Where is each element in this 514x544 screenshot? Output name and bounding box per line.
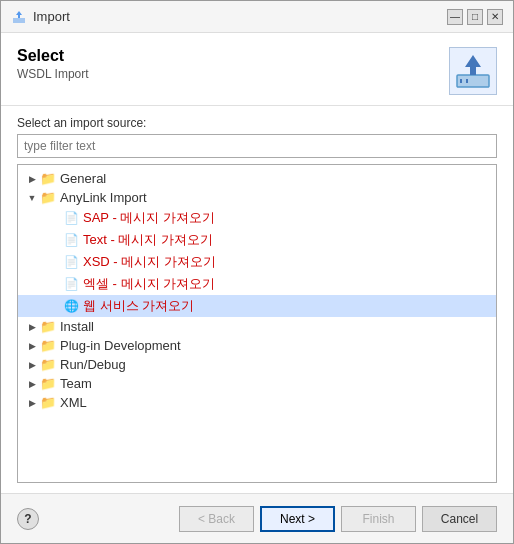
tree-item-text[interactable]: 📄 Text - 메시지 가져오기 bbox=[18, 229, 496, 251]
tree-item-label: Text - 메시지 가져오기 bbox=[83, 231, 213, 249]
collapse-arrow[interactable]: ▼ bbox=[24, 193, 40, 203]
tree-item-xml[interactable]: ▶ 📁 XML bbox=[18, 393, 496, 412]
close-button[interactable]: ✕ bbox=[487, 9, 503, 25]
expand-arrow[interactable]: ▶ bbox=[24, 174, 40, 184]
import-icon-svg bbox=[453, 51, 493, 91]
leaf-spacer bbox=[48, 235, 64, 245]
footer-buttons: < Back Next > Finish Cancel bbox=[179, 506, 497, 532]
tree-item-team[interactable]: ▶ 📁 Team bbox=[18, 374, 496, 393]
folder-icon: 📁 bbox=[40, 376, 56, 391]
tree-item-label: XSD - 메시지 가져오기 bbox=[83, 253, 216, 271]
tree-item-label: AnyLink Import bbox=[60, 190, 147, 205]
import-dialog: Import — □ ✕ Select WSDL Import Select a… bbox=[0, 0, 514, 544]
import-title-icon bbox=[11, 9, 27, 25]
svg-marker-4 bbox=[465, 55, 481, 75]
tree-item-label: XML bbox=[60, 395, 87, 410]
title-controls: — □ ✕ bbox=[447, 9, 503, 25]
finish-button[interactable]: Finish bbox=[341, 506, 416, 532]
doc-icon: 📄 bbox=[64, 255, 79, 269]
expand-arrow[interactable]: ▶ bbox=[24, 398, 40, 408]
content-section: Select an import source: ▶ 📁 General ▼ 📁… bbox=[1, 106, 513, 493]
filter-label: Select an import source: bbox=[17, 116, 497, 130]
folder-icon: 📁 bbox=[40, 357, 56, 372]
tree-item-xsd[interactable]: 📄 XSD - 메시지 가져오기 bbox=[18, 251, 496, 273]
title-bar: Import — □ ✕ bbox=[1, 1, 513, 33]
leaf-spacer bbox=[48, 301, 64, 311]
tree-item-label: Team bbox=[60, 376, 92, 391]
svg-rect-0 bbox=[13, 18, 25, 23]
header-left: Select WSDL Import bbox=[17, 47, 89, 81]
leaf-spacer bbox=[48, 257, 64, 267]
dialog-title: Import bbox=[33, 9, 70, 24]
expand-arrow[interactable]: ▶ bbox=[24, 379, 40, 389]
header-title: Select bbox=[17, 47, 89, 65]
filter-input[interactable] bbox=[17, 134, 497, 158]
folder-icon: 📁 bbox=[40, 338, 56, 353]
tree-item-label: Plug-in Development bbox=[60, 338, 181, 353]
tree-item-label: Install bbox=[60, 319, 94, 334]
help-button[interactable]: ? bbox=[17, 508, 39, 530]
expand-arrow[interactable]: ▶ bbox=[24, 360, 40, 370]
svg-marker-1 bbox=[16, 11, 22, 18]
footer: ? < Back Next > Finish Cancel bbox=[1, 493, 513, 543]
cancel-button[interactable]: Cancel bbox=[422, 506, 497, 532]
tree-item-rundebug[interactable]: ▶ 📁 Run/Debug bbox=[18, 355, 496, 374]
doc-icon: 📄 bbox=[64, 211, 79, 225]
tree-item-install[interactable]: ▶ 📁 Install bbox=[18, 317, 496, 336]
header-section: Select WSDL Import bbox=[1, 33, 513, 106]
tree-item-webservice[interactable]: 🌐 웹 서비스 가져오기 bbox=[18, 295, 496, 317]
expand-arrow[interactable]: ▶ bbox=[24, 341, 40, 351]
tree-item-label: Run/Debug bbox=[60, 357, 126, 372]
tree-item-label: 엑셀 - 메시지 가져오기 bbox=[83, 275, 215, 293]
title-bar-left: Import bbox=[11, 9, 70, 25]
web-icon: 🌐 bbox=[64, 299, 79, 313]
doc-icon: 📄 bbox=[64, 277, 79, 291]
tree-item-sap[interactable]: 📄 SAP - 메시지 가져오기 bbox=[18, 207, 496, 229]
tree-container[interactable]: ▶ 📁 General ▼ 📁 AnyLink Import 📄 SAP - 메… bbox=[17, 164, 497, 483]
back-button[interactable]: < Back bbox=[179, 506, 254, 532]
tree-item-excel[interactable]: 📄 엑셀 - 메시지 가져오기 bbox=[18, 273, 496, 295]
tree-item-anylink[interactable]: ▼ 📁 AnyLink Import bbox=[18, 188, 496, 207]
folder-icon: 📁 bbox=[40, 319, 56, 334]
folder-icon: 📁 bbox=[40, 171, 56, 186]
tree-item-label: General bbox=[60, 171, 106, 186]
tree-item-general[interactable]: ▶ 📁 General bbox=[18, 169, 496, 188]
minimize-button[interactable]: — bbox=[447, 9, 463, 25]
folder-icon: 📁 bbox=[40, 395, 56, 410]
wsdl-import-icon bbox=[449, 47, 497, 95]
tree-item-label: 웹 서비스 가져오기 bbox=[83, 297, 194, 315]
tree-item-plugin[interactable]: ▶ 📁 Plug-in Development bbox=[18, 336, 496, 355]
footer-left: ? bbox=[17, 508, 39, 530]
leaf-spacer bbox=[48, 213, 64, 223]
maximize-button[interactable]: □ bbox=[467, 9, 483, 25]
folder-icon: 📁 bbox=[40, 190, 56, 205]
header-subtitle: WSDL Import bbox=[17, 67, 89, 81]
tree-item-label: SAP - 메시지 가져오기 bbox=[83, 209, 215, 227]
doc-icon: 📄 bbox=[64, 233, 79, 247]
expand-arrow[interactable]: ▶ bbox=[24, 322, 40, 332]
leaf-spacer bbox=[48, 279, 64, 289]
next-button[interactable]: Next > bbox=[260, 506, 335, 532]
